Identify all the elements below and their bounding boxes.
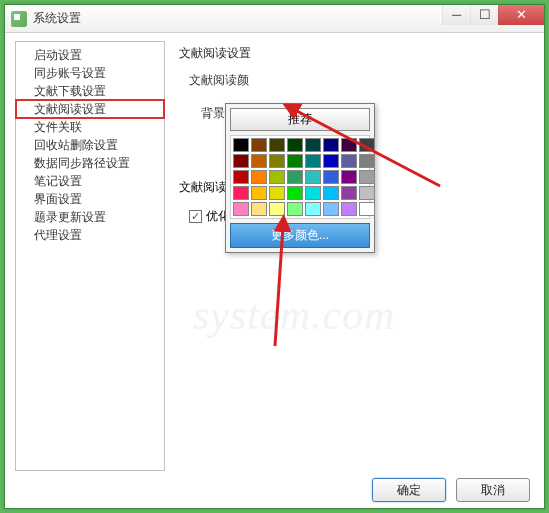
color-swatch[interactable] [251,186,267,200]
color-swatch[interactable] [305,186,321,200]
maximize-button[interactable]: ☐ [470,5,498,25]
color-swatch[interactable] [341,138,357,152]
color-swatch[interactable] [251,138,267,152]
color-swatch[interactable] [269,138,285,152]
ok-button[interactable]: 确定 [372,478,446,502]
sidebar-item-record-update[interactable]: 题录更新设置 [16,208,164,226]
color-swatch[interactable] [323,138,339,152]
section-title: 文献阅读设置 [179,45,534,62]
color-swatch[interactable] [287,170,303,184]
swatch-grid [230,135,370,219]
color-swatch[interactable] [269,154,285,168]
color-swatch[interactable] [233,186,249,200]
color-swatch[interactable] [341,202,357,216]
app-icon [11,11,27,27]
color-swatch[interactable] [341,170,357,184]
sidebar-item-label: 回收站删除设置 [34,138,118,152]
color-swatch[interactable] [269,170,285,184]
cancel-button[interactable]: 取消 [456,478,530,502]
color-swatch[interactable] [323,154,339,168]
sidebar-item-label: 启动设置 [34,48,82,62]
color-swatch[interactable] [323,202,339,216]
sidebar-item-label: 文献阅读设置 [34,102,106,116]
sidebar-item-sync-account[interactable]: 同步账号设置 [16,64,164,82]
minimize-button[interactable]: ─ [442,5,470,25]
color-swatch[interactable] [305,138,321,152]
color-swatch[interactable] [251,154,267,168]
color-swatch[interactable] [341,154,357,168]
recommend-button[interactable]: 推荐 [230,108,370,131]
sidebar-item-proxy[interactable]: 代理设置 [16,226,164,244]
sidebar-item-label: 笔记设置 [34,174,82,188]
content-area: 启动设置 同步账号设置 文献下载设置 文献阅读设置 文件关联 回收站删除设置 数… [5,33,544,471]
settings-window: 系统设置 ─ ☐ ✕ 启动设置 同步账号设置 文献下载设置 文献阅读设置 文件关… [4,4,545,509]
color-swatch[interactable] [305,202,321,216]
color-swatch[interactable] [233,154,249,168]
more-colors-button[interactable]: 更多颜色... [230,223,370,248]
sidebar-item-label: 同步账号设置 [34,66,106,80]
color-picker-popup: 推荐 更多颜色... [225,103,375,253]
color-swatch[interactable] [359,170,375,184]
color-section-title: 文献阅读颜 [189,72,534,89]
sidebar-item-label: 题录更新设置 [34,210,106,224]
sidebar-item-label: 界面设置 [34,192,82,206]
color-swatch[interactable] [269,202,285,216]
sidebar-item-download[interactable]: 文献下载设置 [16,82,164,100]
close-button[interactable]: ✕ [498,5,544,25]
window-title: 系统设置 [33,10,442,27]
color-swatch[interactable] [233,202,249,216]
sidebar-item-sync-path[interactable]: 数据同步路径设置 [16,154,164,172]
footer: 确定 取消 [5,478,544,502]
color-swatch[interactable] [251,202,267,216]
color-swatch[interactable] [341,186,357,200]
color-swatch[interactable] [359,138,375,152]
color-swatch[interactable] [323,170,339,184]
watermark: system.com [193,291,395,339]
sidebar-item-label: 数据同步路径设置 [34,156,130,170]
sidebar-item-label: 文件关联 [34,120,82,134]
sidebar: 启动设置 同步账号设置 文献下载设置 文献阅读设置 文件关联 回收站删除设置 数… [15,41,165,471]
color-swatch[interactable] [287,154,303,168]
sidebar-item-reading[interactable]: 文献阅读设置 [16,100,164,118]
sidebar-item-label: 文献下载设置 [34,84,106,98]
color-swatch[interactable] [287,138,303,152]
sidebar-item-ui[interactable]: 界面设置 [16,190,164,208]
color-swatch[interactable] [359,154,375,168]
sidebar-item-startup[interactable]: 启动设置 [16,46,164,64]
color-swatch[interactable] [305,154,321,168]
sidebar-item-recycle[interactable]: 回收站删除设置 [16,136,164,154]
main-panel: 文献阅读设置 文献阅读颜 背景 推荐 更多颜色... 文献阅读 ✓ 优化文 sy… [165,41,534,471]
color-swatch[interactable] [233,170,249,184]
color-swatch[interactable] [233,138,249,152]
color-swatch[interactable] [287,202,303,216]
optimize-checkbox[interactable]: ✓ [189,210,202,223]
color-swatch[interactable] [251,170,267,184]
color-swatch[interactable] [359,202,375,216]
color-swatch[interactable] [359,186,375,200]
sidebar-item-label: 代理设置 [34,228,82,242]
sidebar-item-notes[interactable]: 笔记设置 [16,172,164,190]
color-swatch[interactable] [305,170,321,184]
color-swatch[interactable] [323,186,339,200]
titlebar: 系统设置 ─ ☐ ✕ [5,5,544,33]
color-swatch[interactable] [287,186,303,200]
sidebar-item-file-assoc[interactable]: 文件关联 [16,118,164,136]
color-swatch[interactable] [269,186,285,200]
window-controls: ─ ☐ ✕ [442,5,544,25]
